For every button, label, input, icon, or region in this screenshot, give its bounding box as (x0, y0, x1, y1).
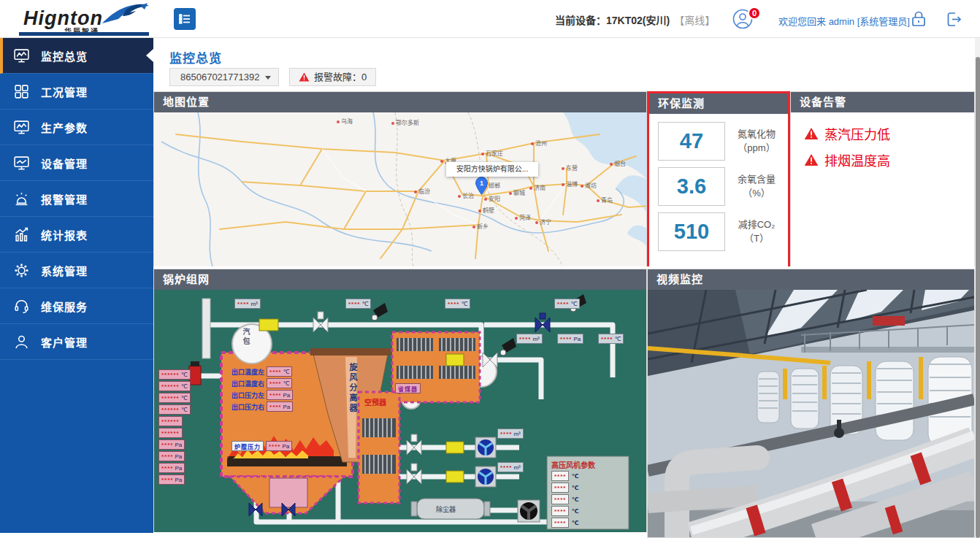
logo-swoosh-icon (96, 1, 150, 26)
current-device-info: 当前设备：17KT02(安川)【离线】 (555, 12, 715, 27)
notification-count-badge: 0 (748, 7, 761, 20)
map-city: 临汾 (414, 187, 430, 195)
metric-co2: 510 减排CO₂（T） (658, 212, 782, 251)
city-dot-icon (509, 192, 512, 195)
city-dot-icon (529, 187, 532, 190)
map-city: 石家庄 (481, 149, 503, 157)
city-dot-icon (458, 195, 461, 198)
hamburger-list-icon (178, 12, 191, 26)
scrollbar-thumb[interactable] (976, 57, 980, 538)
boiler-instrument-chip: ****m³ (497, 429, 524, 439)
sidebar-item-label: 报警管理 (41, 191, 88, 207)
city-dot-icon (472, 226, 475, 228)
sidebar-item-alarm-management[interactable]: 报警管理 (0, 181, 153, 217)
alarm-fault-text: 报警故障：0 (314, 69, 367, 85)
alert-item[interactable]: 排烟温度高 (804, 150, 890, 169)
map-city: 济南 (529, 183, 545, 191)
sidebar-item-maintenance-service[interactable]: 维保服务 (0, 288, 153, 324)
sidebar-item-label: 生产参数 (41, 120, 88, 135)
city-dot-icon (515, 217, 518, 220)
device-select[interactable]: 865067021771392 (169, 68, 279, 86)
metric-label: 减排CO₂（T） (731, 218, 782, 245)
sidebar-item-label: 系统管理 (41, 263, 88, 278)
sidebar-item-device-management[interactable]: 设备管理 (0, 145, 153, 181)
logout-button[interactable] (943, 9, 964, 30)
map-marker-tooltip[interactable]: 安阳方快锅炉有限公... (446, 162, 538, 177)
factory-photo-graphics (648, 290, 974, 537)
city-dot-icon (581, 185, 583, 188)
boiler-instrument-chip: ****℃ (554, 299, 580, 309)
warning-triangle-icon (804, 153, 819, 166)
app-window: Hignton 华辰智通 当前设备：17KT02(安川)【离线】 0 (0, 0, 980, 538)
toolbar: 865067021771392 报警故障：0 (169, 68, 376, 86)
boiler-instrument-chip: ****m³ (234, 299, 261, 309)
map-city: 沧州 (531, 139, 547, 147)
sidebar-item-condition-management[interactable]: 工况管理 (0, 74, 153, 109)
video-panel-title: 视频监控 (648, 269, 974, 290)
map-pin[interactable]: 1 (475, 177, 488, 198)
headset-icon (13, 298, 30, 315)
metric-oxygen: 3.6 余氧含量（%） (658, 167, 782, 206)
sidebar-item-system-management[interactable]: 系统管理 (0, 253, 153, 288)
boiler-left-readouts: ******℃ ******℃ ******℃ ******℃ ****** *… (158, 369, 191, 485)
city-dot-icon (484, 198, 487, 201)
boiler-furnace-pressure: 炉膛压力 ****Pa (231, 440, 292, 452)
city-dot-icon (391, 122, 394, 125)
device-alerts-panel: 设备告警 蒸汽压力低 排烟温度高 (790, 91, 975, 266)
map-city: 长治 (458, 191, 474, 199)
city-dot-icon (597, 199, 600, 202)
vertical-scrollbar[interactable] (975, 38, 980, 538)
boiler-panel-title: 锅炉组网 (154, 269, 646, 290)
notification-area[interactable]: 0 (732, 8, 767, 30)
top-bar: Hignton 华辰智通 当前设备：17KT02(安川)【离线】 0 (0, 0, 980, 38)
monitor-chart-icon (13, 155, 30, 172)
sidebar-item-label: 监控总览 (41, 48, 88, 64)
map-canvas[interactable]: 乌海 鄂尔多斯 太原 临汾 长治 石家庄 沧州 德州 济南 聊城 邯郸 安阳 鹤… (154, 112, 646, 266)
map-graphics (154, 112, 646, 266)
map-city: 聊城 (509, 188, 525, 196)
city-dot-icon (478, 210, 481, 212)
sidebar-nav: 监控总览 工况管理 生产参数 设备管理 (0, 38, 153, 533)
sidebar-item-production-params[interactable]: 生产参数 (0, 109, 153, 145)
boiler-drum-label: 汽包 (240, 328, 264, 348)
sidebar-item-customer-management[interactable]: 客户管理 (0, 324, 153, 360)
boiler-air-preheater-label: 空预器 (364, 396, 386, 407)
boiler-cyclone-label: 旋风分离器 (347, 363, 359, 414)
alert-item[interactable]: 蒸汽压力低 (804, 124, 890, 143)
grid-icon (13, 83, 30, 100)
map-city: 淄博 (562, 180, 578, 188)
sidebar-item-label: 设备管理 (41, 155, 88, 171)
device-status: 【离线】 (674, 15, 715, 26)
metric-value: 510 (658, 212, 725, 251)
map-city: 烟台 (610, 159, 626, 167)
username[interactable]: admin (829, 16, 854, 27)
alert-text: 蒸汽压力低 (824, 124, 890, 143)
map-panel-title: 地图位置 (154, 92, 646, 112)
svg-text:1: 1 (480, 180, 483, 187)
sidebar-item-label: 客户管理 (41, 334, 88, 350)
city-dot-icon (531, 142, 534, 145)
welcome-text: 欢迎您回来 admin [系统管理员] (778, 14, 910, 28)
metric-nox: 47 氮氧化物（ppm） (658, 122, 782, 161)
sidebar-item-statistics-report[interactable]: 统计报表 (0, 217, 153, 253)
sidebar-item-label: 工况管理 (41, 84, 88, 99)
welcome-label: 欢迎您回来 (778, 16, 826, 27)
boiler-furnace-readouts: 出口温度左****℃ 出口温度右****℃ 出口压力左****Pa 出口压力右*… (231, 366, 293, 412)
lock-icon (909, 9, 928, 28)
environment-panel-title: 环保监测 (649, 93, 788, 114)
current-device-label: 当前设备：17KT02(安川) (555, 15, 670, 26)
warning-triangle-icon (299, 72, 310, 82)
boiler-economizer-label: 省煤器 (395, 383, 421, 393)
sidebar-item-monitor-overview[interactable]: 监控总览 (0, 38, 153, 74)
sidebar-toggle-button[interactable] (174, 8, 196, 30)
boiler-scada-diagram[interactable]: 汽包 旋风分离器 省煤器 空预器 除尘器 ****m³ ****℃ ****℃ … (154, 290, 646, 532)
lock-button[interactable] (908, 9, 929, 30)
boiler-instrument-chip: ****℃ (598, 334, 624, 344)
map-city: 新乡 (472, 222, 489, 230)
device-alerts-title: 设备告警 (791, 92, 974, 112)
logo-underline (19, 32, 149, 36)
video-feed[interactable] (648, 290, 974, 537)
video-monitor-panel: 视频监控 (647, 269, 975, 538)
metric-value: 47 (658, 122, 725, 161)
alarm-fault-badge[interactable]: 报警故障：0 (289, 68, 376, 86)
